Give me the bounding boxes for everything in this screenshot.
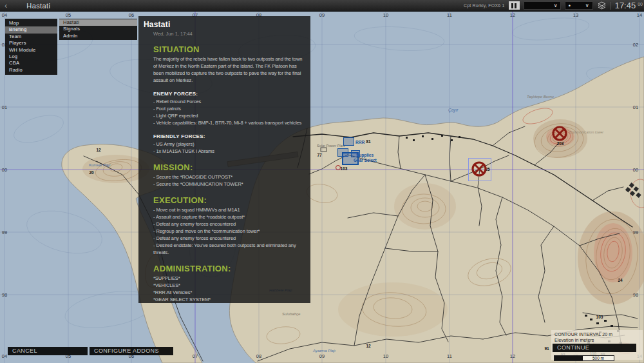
briefing-text-line: - Secure the *COMMUNICATION TOWER* xyxy=(153,181,305,188)
briefing-section-heading: FRIENDLY FORCES: xyxy=(153,133,305,139)
main-menu: MapBriefingTeamPlayersWH ModuleLogCBARad… xyxy=(5,19,57,75)
sidebar-item-map[interactable]: Map xyxy=(5,20,57,26)
briefing-topic-hastati[interactable]: Hastati xyxy=(59,19,137,26)
briefing-panel: Hastati Wed, Jun 1, 17:44 SITUATIONThe m… xyxy=(138,16,310,303)
briefing-section-heading: ENEMY FORCES: xyxy=(153,91,305,97)
spot-height-flag-icon xyxy=(336,165,341,170)
briefing-text-line: *GEAR SELECT SYSTEM* xyxy=(153,296,305,303)
pause-button[interactable] xyxy=(509,1,520,10)
cancel-button[interactable]: CANCEL xyxy=(8,347,88,355)
clock-seconds: 00 xyxy=(638,2,643,6)
configure-addons-button[interactable]: CONFIGURE ADDONS xyxy=(90,347,173,355)
briefing-section-heading: EXECUTION: xyxy=(153,195,305,205)
arma-briefing-screen: 0404050506060707080809091010111112121313… xyxy=(0,0,644,363)
sidebar-item-briefing[interactable]: Briefing xyxy=(5,26,57,33)
briefing-sections: SITUATIONThe majority of the rebels have… xyxy=(153,44,305,303)
briefing-date: Wed, Jun 1, 17:44 xyxy=(153,31,305,37)
briefing-text-line: - Secure the *ROADSIDE OUTPOST* xyxy=(153,173,305,181)
briefing-text-line: - 1x M1A1SA TUSK I Abrams xyxy=(153,148,305,155)
elevation-units-text: Elevation in meters xyxy=(554,338,643,344)
briefing-text-line: - Rebel Ground Forces xyxy=(153,98,305,105)
scale-segment xyxy=(554,356,583,360)
pause-bar-icon xyxy=(515,3,516,8)
briefing-text-line: - Vehicle capabilities: BMP-1, BTR-70, M… xyxy=(153,119,305,126)
back-chevron-icon[interactable]: ‹ xyxy=(5,1,7,11)
page-title: Hastati xyxy=(26,2,50,10)
unit-marker-supply-3[interactable] xyxy=(351,150,360,157)
briefing-text-line: - Foot patrols xyxy=(153,105,305,112)
briefing-topic-signals[interactable]: Signals xyxy=(59,26,137,32)
divider xyxy=(611,2,611,10)
briefing-text-line: - Light QRF expected xyxy=(153,112,305,119)
briefing-topics-menu: HastatiSignalsAdmin xyxy=(59,19,137,40)
briefing-text-line: - Move out in squad HMMWVs and M1A1 xyxy=(153,206,305,213)
contour-interval-text: CONTOUR INTERVAL 20 m xyxy=(554,332,643,338)
briefing-text-line: *RRR All Vehicles* xyxy=(153,289,305,296)
briefing-text-line: *SUPPLIES* xyxy=(153,275,305,282)
briefing-section-heading: MISSION: xyxy=(153,162,305,172)
island-map[interactable] xyxy=(0,0,644,363)
briefing-text-line: - Assault and capture the *roadside outp… xyxy=(153,213,305,221)
sidebar-item-cba[interactable]: CBA xyxy=(5,60,57,66)
objective-marker-roadside-outpost[interactable] xyxy=(471,161,488,177)
chevron-down-icon: ∨ xyxy=(585,3,589,8)
layers-icon[interactable] xyxy=(597,1,607,10)
player-name: Cpt Rorkiy, FOX6 1 xyxy=(464,3,505,8)
sidebar-item-team[interactable]: Team xyxy=(5,34,57,40)
briefing-text-line: - Desired endstate: You've secured both … xyxy=(153,242,305,256)
voice-dropdown[interactable]: • ∨ xyxy=(565,1,593,10)
map-scale-bar: 500 m xyxy=(554,355,614,361)
sidebar-item-wh-module[interactable]: WH Module xyxy=(5,47,57,54)
chevron-down-icon: ∨ xyxy=(554,3,558,8)
scale-label: 500 m xyxy=(583,356,614,360)
briefing-text-line: *VEHICLES* xyxy=(153,282,305,289)
top-bar: ‹ Hastati Cpt Rorkiy, FOX6 1 ∨ • ∨ 17:45 xyxy=(0,0,644,12)
briefing-topic-admin[interactable]: Admin xyxy=(59,33,137,39)
dot-icon: • xyxy=(569,3,571,9)
sidebar-item-log[interactable]: Log xyxy=(5,54,57,60)
briefing-text-line: The majority of the rebels have fallen b… xyxy=(153,55,305,84)
continue-button[interactable]: CONTINUE xyxy=(553,344,636,352)
objective-marker-communication-tower[interactable] xyxy=(551,125,568,142)
briefing-title: Hastati xyxy=(144,20,305,29)
unit-marker-vehicle-rrr[interactable] xyxy=(343,137,354,146)
briefing-text-line: - US Army (players) xyxy=(153,141,305,148)
clock-time: 17:45 xyxy=(615,1,636,10)
briefing-text-line: - Regroup and move on the *communication… xyxy=(153,228,305,235)
briefing-text-line: - Defeat any enemy forces encountered xyxy=(153,221,305,228)
briefing-text-line: - Defeat any enemy forces encountered xyxy=(153,235,305,242)
briefing-section-heading: ADMINISTRATION: xyxy=(153,264,305,273)
channel-dropdown[interactable]: ∨ xyxy=(524,1,561,10)
pause-bar-icon xyxy=(511,3,513,8)
sidebar-item-radio[interactable]: Radio xyxy=(5,67,57,74)
sidebar-item-players[interactable]: Players xyxy=(5,40,57,46)
briefing-section-heading: SITUATION xyxy=(153,44,305,54)
